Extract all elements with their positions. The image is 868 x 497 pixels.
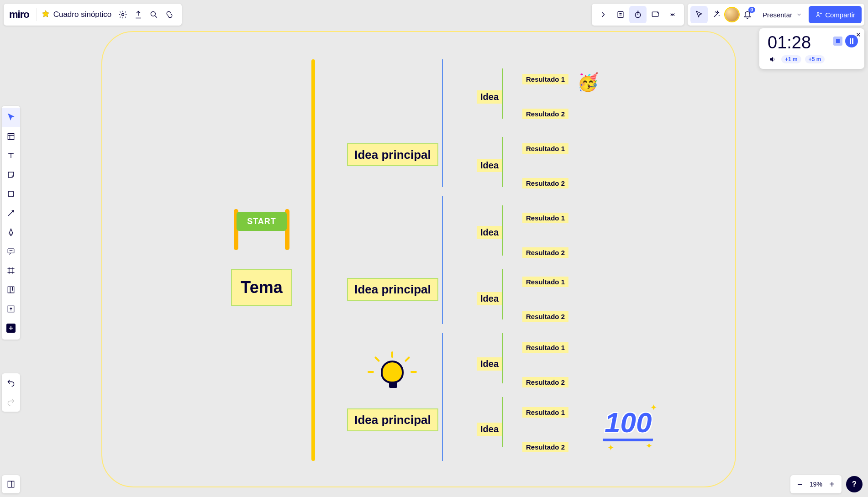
node-resultado[interactable]: Resultado 2: [522, 247, 568, 258]
sparkle-icon: ✦: [607, 443, 614, 453]
notifications-button[interactable]: 0: [739, 6, 756, 23]
brace-group-3: [442, 333, 443, 461]
present-button[interactable]: Presentar: [756, 6, 809, 23]
plan-badge-icon[interactable]: [41, 10, 51, 20]
sticker-party-face[interactable]: 🥳: [577, 72, 599, 92]
redo-button[interactable]: [2, 392, 20, 412]
svg-rect-9: [8, 287, 14, 293]
node-resultado[interactable]: Resultado 2: [522, 109, 568, 119]
tool-kanban[interactable]: [2, 280, 20, 299]
brace-idea: [502, 137, 503, 187]
timer-add-1m[interactable]: +1 m: [781, 55, 801, 63]
tool-comment[interactable]: [2, 242, 20, 261]
topbar-left: miro Cuadro sinóptico: [4, 4, 182, 26]
svg-point-1: [151, 11, 156, 16]
topbar-right: 0 Presentar Compartir: [592, 4, 864, 26]
timer-sound-icon[interactable]: [768, 54, 778, 64]
tool-text[interactable]: [2, 146, 20, 165]
node-resultado[interactable]: Resultado 1: [522, 342, 568, 353]
brace-idea: [502, 68, 503, 119]
help-button[interactable]: ?: [846, 476, 863, 492]
tool-shape[interactable]: [2, 184, 20, 204]
node-idea[interactable]: Idea: [477, 423, 502, 436]
timer-panel: × 01:28 +1 m +5 m: [759, 28, 864, 69]
left-toolbar: +: [2, 106, 20, 340]
zoom-in-button[interactable]: +: [825, 477, 839, 491]
tool-select[interactable]: [2, 108, 20, 127]
tool-templates[interactable]: [2, 127, 20, 146]
tool-sticky[interactable]: [2, 165, 20, 184]
node-resultado[interactable]: Resultado 2: [522, 442, 568, 452]
board-settings-icon[interactable]: [115, 7, 131, 22]
node-idea-principal[interactable]: Idea principal: [347, 143, 438, 166]
notes-icon[interactable]: [612, 6, 629, 23]
tool-pen[interactable]: [2, 223, 20, 242]
zoom-out-button[interactable]: −: [793, 477, 807, 491]
brace-idea: [502, 269, 503, 319]
brace-main: [311, 59, 315, 461]
node-idea[interactable]: Idea: [477, 226, 502, 239]
node-idea[interactable]: Idea: [477, 90, 502, 104]
collab-tools-group: [592, 4, 684, 26]
brace-idea: [502, 397, 503, 447]
node-idea-principal[interactable]: Idea principal: [347, 278, 438, 301]
node-resultado[interactable]: Resultado 2: [522, 377, 568, 387]
facilitation-group: 0 Presentar Compartir: [688, 4, 864, 26]
timer-add-5m[interactable]: +5 m: [805, 55, 825, 63]
brace-idea: [502, 333, 503, 383]
node-resultado[interactable]: Resultado 1: [522, 277, 568, 287]
node-idea[interactable]: Idea: [477, 159, 502, 172]
node-tema[interactable]: Tema: [231, 269, 292, 306]
minimap-button[interactable]: [2, 475, 20, 493]
timer-pause-button[interactable]: [845, 35, 858, 47]
hide-collab-icon[interactable]: [594, 6, 612, 23]
node-resultado[interactable]: Resultado 1: [522, 74, 568, 84]
tool-line[interactable]: [2, 204, 20, 223]
node-resultado[interactable]: Resultado 1: [522, 407, 568, 418]
notification-badge: 0: [748, 7, 756, 13]
zoom-controls: − 19% +: [790, 475, 842, 493]
tool-upload[interactable]: [2, 299, 20, 319]
svg-point-0: [122, 14, 124, 16]
integrations-icon[interactable]: [162, 7, 177, 22]
node-resultado[interactable]: Resultado 2: [522, 311, 568, 322]
svg-rect-2: [618, 11, 623, 17]
reactions-icon[interactable]: [708, 6, 725, 23]
export-icon[interactable]: [131, 7, 146, 22]
board-title[interactable]: Cuadro sinóptico: [53, 10, 116, 19]
divider: [37, 8, 37, 21]
node-idea[interactable]: Idea: [477, 292, 502, 305]
node-resultado[interactable]: Resultado 1: [522, 143, 568, 154]
user-avatar[interactable]: [725, 8, 739, 21]
node-idea-principal[interactable]: Idea principal: [347, 408, 438, 431]
node-resultado[interactable]: Resultado 2: [522, 178, 568, 188]
zoom-value[interactable]: 19%: [807, 481, 825, 488]
sticker-start-banner[interactable]: START: [231, 205, 292, 251]
svg-rect-4: [652, 12, 658, 16]
sticker-lightbulb[interactable]: [372, 351, 413, 392]
undo-redo-group: [2, 373, 20, 412]
svg-rect-7: [8, 191, 14, 197]
sticker-100[interactable]: 100: [605, 406, 652, 439]
board-canvas[interactable]: Tema Idea principal Idea principal Idea …: [101, 31, 736, 487]
share-button[interactable]: Compartir: [809, 6, 862, 23]
more-apps-icon[interactable]: [664, 6, 681, 23]
tool-more[interactable]: +: [2, 319, 20, 338]
sparkle-icon: ✦: [650, 403, 657, 413]
brace-group-2: [442, 196, 443, 324]
search-icon[interactable]: [146, 7, 162, 22]
tool-frame[interactable]: [2, 261, 20, 280]
node-idea[interactable]: Idea: [477, 357, 502, 371]
undo-button[interactable]: [2, 373, 20, 392]
miro-logo[interactable]: miro: [8, 9, 33, 21]
brace-group-1: [442, 59, 443, 187]
voting-icon[interactable]: [647, 6, 664, 23]
start-label: START: [237, 212, 287, 231]
cursor-follow-icon[interactable]: [690, 6, 708, 23]
node-resultado[interactable]: Resultado 1: [522, 213, 568, 223]
brace-idea: [502, 205, 503, 256]
svg-rect-11: [8, 481, 14, 487]
sparkle-icon: ✦: [646, 441, 652, 451]
timer-icon[interactable]: [629, 6, 647, 23]
timer-stop-button[interactable]: [833, 37, 842, 46]
